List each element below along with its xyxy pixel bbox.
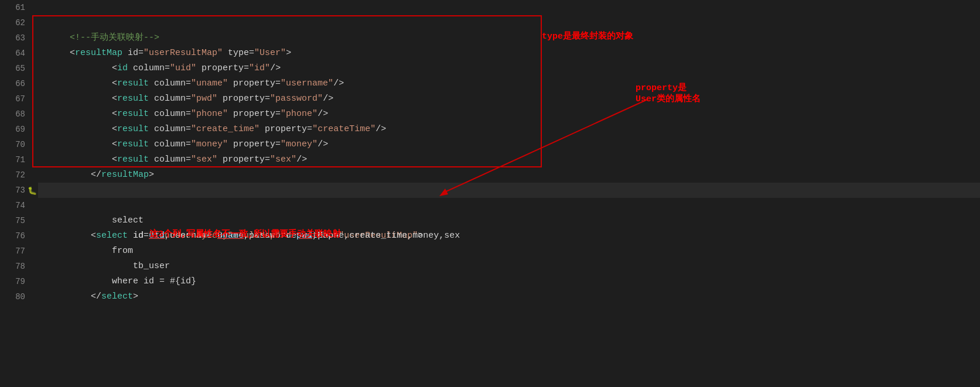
code-line-67: <result column="phone" property="phone"/… (38, 91, 980, 107)
type-annotation: type是最终封装的对象 (542, 30, 633, 42)
code-line-71: </resultMap> (38, 152, 980, 167)
code-line-69: <result column="money" property="money"/… (38, 122, 980, 137)
code-line-65: <result column="uname" property="usernam… (38, 61, 980, 76)
code-line-63: <resultMap id="userResultMap" type="User… (38, 30, 980, 46)
code-line-61 (38, 0, 980, 15)
notice-annotation: 这3个列,写属性名不一致,所以需要手动关联映射 (149, 228, 341, 239)
code-line-70: <result column="sex" property="sex"/> (38, 137, 980, 152)
property-annotation: property是User类的属性名 (636, 82, 701, 104)
code-line-68: <result column="create_time" property="c… (38, 107, 980, 122)
code-line-74: select (38, 198, 980, 213)
code-line-77: tb_user (38, 244, 980, 259)
code-line-80 (38, 289, 980, 304)
code-line-66: <result column="pwd" property="password"… (38, 76, 980, 91)
code-line-78: where id = #{id} (38, 259, 980, 274)
code-line-75: id uid,username uname,password pwd,phone… (38, 213, 980, 228)
debugger-icon: 🐛 (28, 184, 37, 199)
code-line-64: <id column="uid" property="id"/> (38, 46, 980, 61)
code-line-79: </select> (38, 274, 980, 289)
code-editor: 61 62 63 64 65 66 67 68 69 70 71 72 73 7… (0, 0, 980, 387)
code-content: <!--手动关联映射--> <resultMap id="userResultM… (32, 0, 980, 387)
code-line-62: <!--手动关联映射--> (38, 15, 980, 30)
code-line-72 (38, 167, 980, 183)
code-line-73: 🐛 <select id="findUserByIdByResultMap" r… (38, 183, 980, 198)
